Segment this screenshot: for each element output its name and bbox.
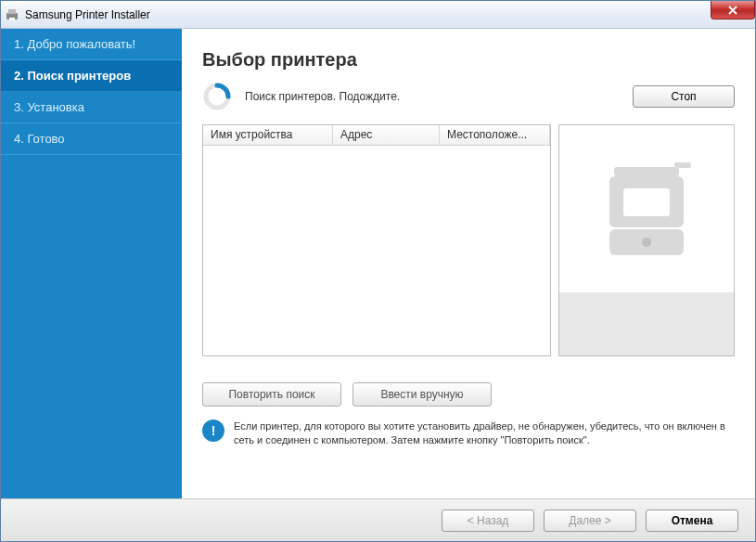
sidebar-step-welcome: 1. Добро пожаловать!	[1, 29, 182, 60]
col-device[interactable]: Имя устройства	[203, 125, 333, 145]
installer-window: Samsung Printer Installer 1. Добро пожал…	[0, 0, 756, 542]
status-text: Поиск принтеров. Подождите.	[245, 90, 633, 103]
col-location[interactable]: Местоположе...	[440, 125, 550, 145]
footer: < Назад Далее > Отмена	[1, 498, 755, 541]
preview-panel	[558, 124, 735, 356]
next-button[interactable]: Далее >	[544, 510, 636, 532]
close-button[interactable]	[711, 1, 755, 19]
preview-footer	[559, 292, 734, 355]
close-icon	[727, 6, 738, 15]
svg-rect-2	[9, 18, 15, 20]
content-row: Имя устройства Адрес Местоположе...	[202, 124, 735, 356]
svg-rect-5	[674, 162, 691, 168]
spinner-icon	[202, 82, 232, 111]
action-row: Повторить поиск Ввести вручную	[202, 382, 735, 406]
sidebar-step-search: 2. Поиск принтеров	[1, 60, 182, 92]
table-body	[203, 146, 550, 355]
page-title: Выбор принтера	[202, 49, 735, 71]
stop-button[interactable]: Стоп	[633, 85, 735, 108]
main-panel: Выбор принтера Поиск принтеров. Подождит…	[182, 29, 755, 498]
svg-rect-4	[614, 167, 679, 176]
info-row: ! Если принтер, для которого вы хотите у…	[202, 419, 735, 458]
printer-table: Имя устройства Адрес Местоположе...	[202, 124, 551, 356]
manual-button[interactable]: Ввести вручную	[352, 382, 492, 406]
rescan-button[interactable]: Повторить поиск	[202, 382, 341, 406]
sidebar-step-done: 4. Готово	[1, 123, 182, 155]
sidebar: 1. Добро пожаловать! 2. Поиск принтеров …	[1, 29, 182, 498]
window-title: Samsung Printer Installer	[25, 8, 150, 21]
status-row: Поиск принтеров. Подождите. Стоп	[202, 82, 735, 111]
table-header: Имя устройства Адрес Местоположе...	[203, 125, 550, 146]
back-button[interactable]: < Назад	[442, 510, 534, 532]
cancel-button[interactable]: Отмена	[646, 510, 738, 532]
svg-point-8	[642, 238, 651, 247]
svg-rect-9	[623, 188, 670, 216]
titlebar: Samsung Printer Installer	[1, 1, 755, 29]
col-address[interactable]: Адрес	[333, 125, 440, 145]
printer-preview-icon	[559, 125, 734, 292]
app-icon	[5, 7, 19, 22]
info-icon: !	[202, 419, 224, 442]
body: 1. Добро пожаловать! 2. Поиск принтеров …	[1, 29, 755, 498]
info-text: Если принтер, для которого вы хотите уст…	[234, 419, 735, 448]
svg-rect-1	[8, 9, 16, 14]
sidebar-step-install: 3. Установка	[1, 92, 182, 123]
